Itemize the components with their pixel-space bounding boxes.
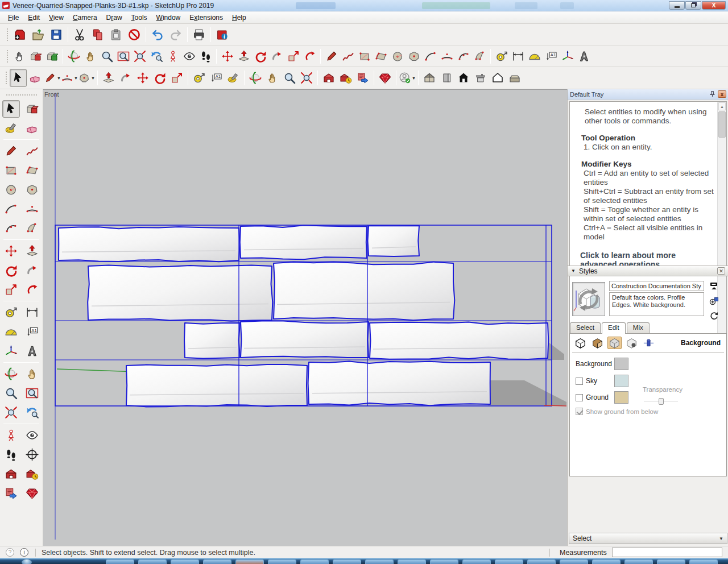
plank[interactable] <box>240 225 367 259</box>
styles-close-icon[interactable]: ✕ <box>717 267 725 275</box>
orbit-button[interactable] <box>65 48 82 65</box>
axes-button[interactable] <box>2 342 20 360</box>
collapse-triangle-icon[interactable]: ▼ <box>571 268 576 273</box>
zoom-extents-button[interactable] <box>298 69 315 87</box>
pencil-button[interactable] <box>323 48 340 65</box>
view-top-button[interactable] <box>472 69 489 87</box>
plank[interactable] <box>126 364 307 407</box>
styles-tab-edit[interactable]: Edit <box>602 322 626 334</box>
get-models-button[interactable] <box>2 484 20 502</box>
menu-draw[interactable]: Draw <box>102 12 127 23</box>
user-button[interactable]: ▼ <box>399 69 416 87</box>
taskbar-app-icon[interactable] <box>235 559 264 564</box>
pan-button[interactable] <box>82 48 98 65</box>
pan-button[interactable] <box>23 365 41 383</box>
3d-text-button[interactable] <box>576 48 592 65</box>
style-thumbnail[interactable] <box>572 282 605 316</box>
arc-tool-button[interactable] <box>2 200 20 218</box>
slider-thumb[interactable] <box>659 398 664 405</box>
freehand-button[interactable] <box>23 142 41 160</box>
dropdown-arrow-icon[interactable]: ▼ <box>412 76 416 80</box>
show-ground-checkbox[interactable] <box>576 408 583 415</box>
cut-button[interactable] <box>71 26 89 44</box>
eraser-button[interactable] <box>27 69 44 87</box>
scroll-up-icon[interactable]: ▲ <box>718 102 726 110</box>
text-tool-button[interactable]: A1 <box>23 323 41 341</box>
windows-taskbar[interactable] <box>0 558 728 564</box>
taskbar-app-icon[interactable] <box>657 559 685 564</box>
ext-warehouse-button[interactable] <box>337 69 354 87</box>
follow-me-button[interactable] <box>117 69 134 87</box>
menu-camera[interactable]: Camera <box>68 12 102 23</box>
model-info-button[interactable] <box>213 26 231 44</box>
tray-close-icon[interactable]: x <box>718 90 726 98</box>
tape-button[interactable] <box>493 48 510 65</box>
taskbar-app-icon[interactable] <box>268 559 296 564</box>
select-button[interactable] <box>2 100 20 118</box>
model-canvas[interactable] <box>43 90 567 546</box>
erase-model-button[interactable] <box>125 26 143 44</box>
two-point-arc-button[interactable]: ▼ <box>61 69 78 87</box>
plank[interactable] <box>241 321 369 358</box>
restore-button[interactable] <box>685 1 701 10</box>
position-camera-button[interactable] <box>2 426 20 444</box>
3d-text-button[interactable] <box>23 342 41 360</box>
move-button[interactable] <box>219 48 235 65</box>
title-bar[interactable]: Veneer-Quarried-Snapped-Planks-3D-#1.skp… <box>0 0 728 11</box>
taskbar-app-icon[interactable] <box>430 559 458 564</box>
tray-header[interactable]: Default Tray x <box>568 89 728 99</box>
taskbar-app-icon[interactable] <box>300 559 329 564</box>
rect-tool-button[interactable] <box>356 48 373 65</box>
dropdown-arrow-icon[interactable]: ▼ <box>74 76 78 80</box>
scrollbar-thumb[interactable] <box>718 111 726 138</box>
dimension-button[interactable] <box>510 48 526 65</box>
plank[interactable] <box>274 262 454 321</box>
rect-tool-button[interactable] <box>2 161 20 179</box>
plank[interactable] <box>184 323 240 358</box>
warehouse-button[interactable] <box>2 465 20 483</box>
zoom-button[interactable] <box>2 384 20 402</box>
zoom-extents-button[interactable] <box>2 404 20 421</box>
walk-button[interactable] <box>2 446 20 463</box>
taskbar-app-icon[interactable] <box>495 559 523 564</box>
scale-button[interactable] <box>285 48 301 65</box>
menu-tools[interactable]: Tools <box>127 12 152 23</box>
new-button[interactable] <box>11 26 29 44</box>
sky-color-swatch[interactable] <box>614 375 628 387</box>
scale-button[interactable] <box>168 69 185 87</box>
pin-icon[interactable] <box>708 90 717 98</box>
menu-edit[interactable]: Edit <box>23 12 44 23</box>
polygon-tool-button[interactable]: ▼ <box>78 69 95 87</box>
taskbar-app-icon[interactable] <box>398 559 426 564</box>
start-orb-icon[interactable] <box>22 559 32 564</box>
redo-button[interactable] <box>167 26 185 44</box>
polygon-tool-button[interactable] <box>23 181 41 198</box>
plank[interactable] <box>88 266 272 321</box>
ext-warehouse-button[interactable] <box>23 465 41 483</box>
menu-file[interactable]: File <box>3 12 23 23</box>
toolbar-grip[interactable] <box>6 94 37 97</box>
taskbar-app-icon[interactable] <box>106 559 134 564</box>
text-tool-button[interactable]: A1 <box>543 48 559 65</box>
look-around-button[interactable] <box>23 426 41 444</box>
gem-button[interactable] <box>23 484 41 502</box>
pencil-button[interactable]: ▼ <box>44 69 61 87</box>
taskbar-app-icon[interactable] <box>560 559 588 564</box>
ground-color-swatch[interactable] <box>614 391 628 404</box>
component-red-button[interactable] <box>23 100 41 118</box>
plank[interactable] <box>59 227 240 262</box>
taskbar-app-icon[interactable] <box>592 559 621 564</box>
menu-view[interactable]: View <box>44 12 68 23</box>
styles-panel-header[interactable]: ▼ Styles ✕ <box>568 266 728 276</box>
credits-info-icon[interactable]: i <box>20 548 28 557</box>
zoom-window-button[interactable] <box>23 384 41 402</box>
orbit-button[interactable] <box>2 365 20 383</box>
rotate-button[interactable] <box>2 262 20 279</box>
transparency-slider[interactable] <box>644 398 678 405</box>
rotated-rect-button[interactable] <box>23 161 41 179</box>
open-button[interactable] <box>29 26 47 44</box>
copy-button[interactable] <box>89 26 107 44</box>
offset-button[interactable] <box>23 281 41 298</box>
gem-button[interactable] <box>377 69 394 87</box>
view-left-button[interactable] <box>506 69 523 87</box>
